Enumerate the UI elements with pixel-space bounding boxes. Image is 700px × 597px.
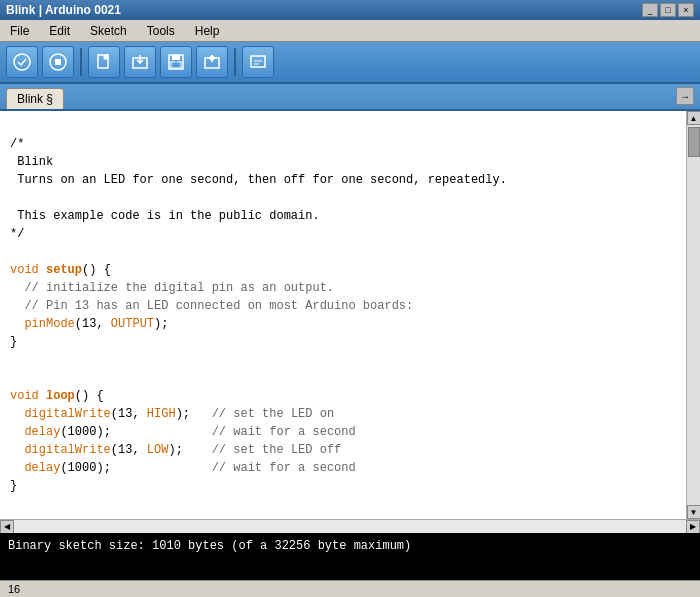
- keyword-void-loop: void: [10, 389, 39, 403]
- scroll-up-arrow[interactable]: ▲: [687, 111, 701, 125]
- menu-tools[interactable]: Tools: [141, 22, 181, 40]
- hscroll-track: [14, 520, 686, 533]
- scroll-left-arrow[interactable]: ◀: [0, 520, 14, 534]
- separator-2: [234, 48, 236, 76]
- const-high: HIGH: [147, 407, 176, 421]
- vertical-scrollbar[interactable]: ▲ ▼: [686, 111, 700, 519]
- new-button[interactable]: [88, 46, 120, 78]
- tab-bar: Blink § →: [0, 84, 700, 111]
- upload-button[interactable]: [196, 46, 228, 78]
- main-layout: Blink | Arduino 0021 _ □ × File Edit Ske…: [0, 0, 700, 597]
- open-icon: [131, 53, 149, 71]
- window-controls: _ □ ×: [642, 3, 694, 17]
- horizontal-scrollbar[interactable]: ◀ ▶: [0, 519, 700, 533]
- save-button[interactable]: [160, 46, 192, 78]
- check-icon: [13, 53, 31, 71]
- menu-edit[interactable]: Edit: [43, 22, 76, 40]
- comment-6: // wait for a second: [212, 461, 356, 475]
- keyword-void-setup: void: [10, 263, 39, 277]
- console-area: Binary sketch size: 1010 bytes (of a 322…: [0, 533, 700, 580]
- const-output: OUTPUT: [111, 317, 154, 331]
- keyword-setup: setup: [46, 263, 82, 277]
- menu-sketch[interactable]: Sketch: [84, 22, 133, 40]
- verify-button[interactable]: [6, 46, 38, 78]
- separator-1: [80, 48, 82, 76]
- title-text: Blink | Arduino 0021: [6, 3, 121, 17]
- serial-monitor-button[interactable]: [242, 46, 274, 78]
- keyword-delay-2: delay: [24, 461, 60, 475]
- save-icon: [167, 53, 185, 71]
- scroll-thumb[interactable]: [688, 127, 700, 157]
- comment-4: // wait for a second: [212, 425, 356, 439]
- title-bar: Blink | Arduino 0021 _ □ ×: [0, 0, 700, 20]
- open-button[interactable]: [124, 46, 156, 78]
- scroll-right-arrow[interactable]: ▶: [686, 520, 700, 534]
- tab-arrow[interactable]: →: [676, 87, 694, 105]
- stop-icon: [49, 53, 67, 71]
- console-output: Binary sketch size: 1010 bytes (of a 322…: [8, 539, 411, 553]
- menu-help[interactable]: Help: [189, 22, 226, 40]
- new-icon: [95, 53, 113, 71]
- keyword-delay-1: delay: [24, 425, 60, 439]
- svg-rect-6: [172, 55, 180, 60]
- menu-file[interactable]: File: [4, 22, 35, 40]
- scroll-down-arrow[interactable]: ▼: [687, 505, 701, 519]
- keyword-loop: loop: [46, 389, 75, 403]
- menu-bar: File Edit Sketch Tools Help: [0, 20, 700, 42]
- svg-rect-2: [55, 59, 61, 65]
- line-number: 16: [8, 583, 20, 595]
- comment-1: // initialize the digital pin as an outp…: [24, 281, 334, 295]
- const-low: LOW: [147, 443, 169, 457]
- status-bar: 16: [0, 580, 700, 597]
- comment-2: // Pin 13 has an LED connected on most A…: [24, 299, 413, 313]
- svg-point-0: [14, 54, 30, 70]
- maximize-button[interactable]: □: [660, 3, 676, 17]
- serial-icon: [249, 53, 267, 71]
- close-button[interactable]: ×: [678, 3, 694, 17]
- comment-3: // set the LED on: [212, 407, 334, 421]
- comment-block: /* Blink Turns on an LED for one second,…: [10, 137, 507, 241]
- keyword-digitalwrite-1: digitalWrite: [24, 407, 110, 421]
- keyword-digitalwrite-2: digitalWrite: [24, 443, 110, 457]
- minimize-button[interactable]: _: [642, 3, 658, 17]
- toolbar: [0, 42, 700, 84]
- keyword-pinmode: pinMode: [24, 317, 74, 331]
- stop-button[interactable]: [42, 46, 74, 78]
- tab-blink[interactable]: Blink §: [6, 88, 64, 109]
- upload-icon: [203, 53, 221, 71]
- editor-content[interactable]: /* Blink Turns on an LED for one second,…: [0, 111, 686, 519]
- comment-5: // set the LED off: [212, 443, 342, 457]
